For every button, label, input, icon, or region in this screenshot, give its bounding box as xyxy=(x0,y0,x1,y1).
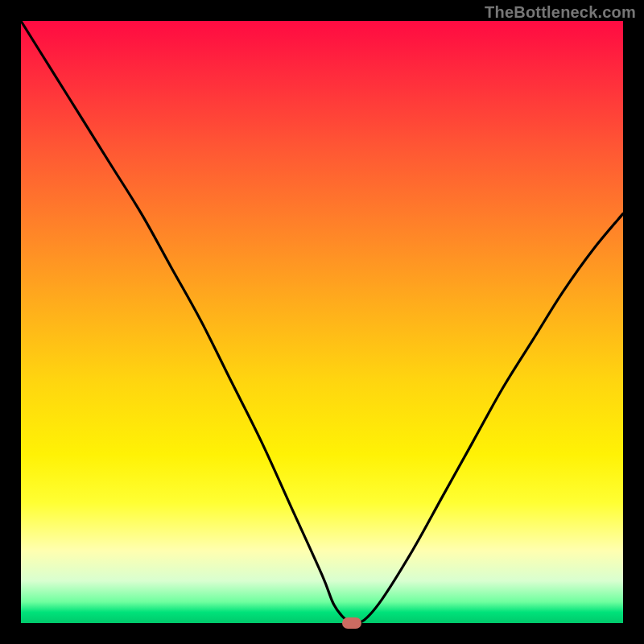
optimum-marker xyxy=(342,617,361,629)
bottleneck-curve xyxy=(21,21,623,623)
curve-svg xyxy=(21,21,623,623)
plot-area xyxy=(21,21,623,623)
watermark-text: TheBottleneck.com xyxy=(485,3,636,22)
chart-frame: TheBottleneck.com xyxy=(0,0,644,644)
